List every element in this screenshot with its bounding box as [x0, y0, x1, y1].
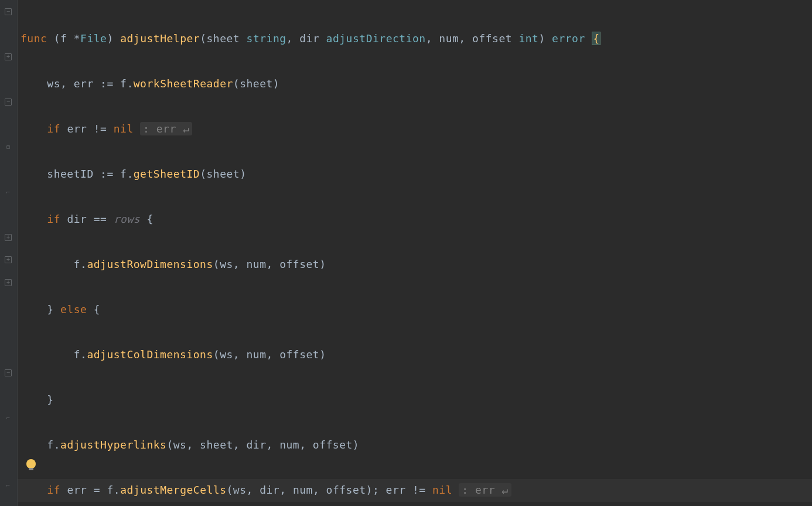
matched-brace: { [592, 32, 601, 45]
fold-expand-icon[interactable]: + [5, 256, 12, 263]
fold-toggle-icon[interactable]: − [5, 369, 12, 376]
code-line[interactable]: func (f *File) adjustHelper(sheet string… [21, 28, 601, 50]
fold-toggle-icon[interactable]: − [5, 8, 12, 15]
code-line[interactable]: if dir == rows { [21, 208, 601, 231]
function-name: adjustHelper [120, 32, 200, 45]
code-line[interactable]: f.adjustRowDimensions(ws, num, offset) [21, 253, 601, 276]
code-line[interactable]: ws, err := f.workSheetReader(sheet) [21, 73, 601, 96]
fold-end-icon[interactable]: ⌐ [5, 415, 12, 422]
fold-end-icon[interactable]: ⌐ [5, 482, 12, 489]
code-line[interactable]: f.adjustHyperlinks(ws, sheet, dir, num, … [21, 434, 601, 457]
code-line[interactable]: if err = f.adjustMergeCells(ws, dir, num… [21, 479, 601, 502]
folded-code-region[interactable]: : err ↵ [459, 483, 511, 497]
fold-toggle-icon[interactable]: − [5, 99, 12, 106]
code-line[interactable]: } [21, 389, 601, 412]
fold-expand-icon[interactable]: + [5, 279, 12, 286]
code-editor-content[interactable]: func (f *File) adjustHelper(sheet string… [21, 5, 601, 506]
fold-mid-icon[interactable]: ⊟ [5, 144, 12, 151]
fold-expand-icon[interactable]: + [5, 53, 12, 60]
code-line[interactable]: } else { [21, 298, 601, 321]
fold-end-icon[interactable]: ⌐ [5, 189, 12, 196]
folded-code-region[interactable]: : err ↵ [140, 122, 192, 135]
code-line[interactable]: if err != nil : err ↵ [21, 118, 601, 141]
editor-gutter: − + − ⊟ ⌐ + + + − ⌐ ⌐ [0, 0, 18, 506]
code-line[interactable]: sheetID := f.getSheetID(sheet) [21, 163, 601, 186]
keyword: func [21, 32, 47, 45]
fold-expand-icon[interactable]: + [5, 234, 12, 241]
code-line[interactable]: f.adjustColDimensions(ws, num, offset) [21, 344, 601, 366]
